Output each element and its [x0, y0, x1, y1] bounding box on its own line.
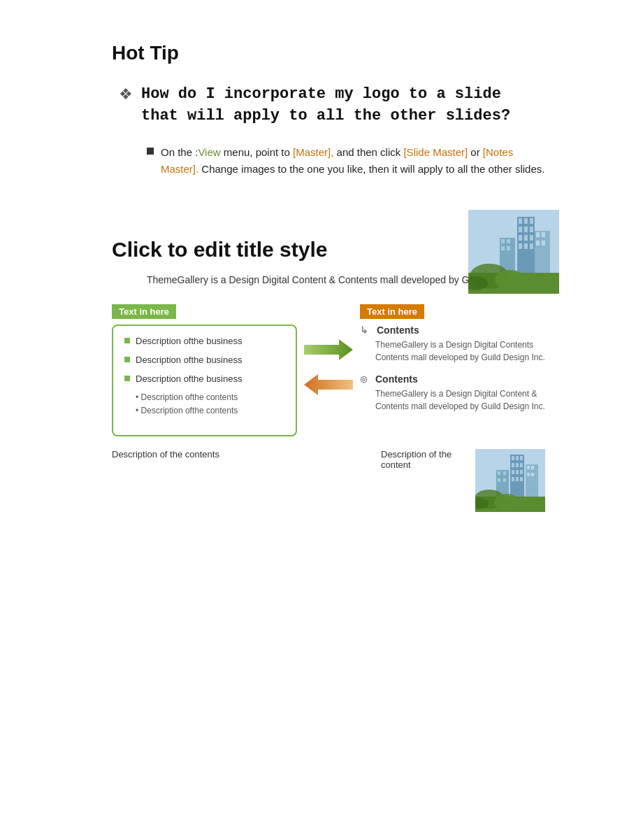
master-link1: [Master],: [293, 146, 333, 158]
building-image-top: [468, 210, 559, 294]
svg-rect-47: [527, 473, 530, 476]
tip-question: ❖ How do I incorporate my logo to a slid…: [119, 84, 545, 127]
svg-rect-6: [524, 227, 528, 232]
svg-rect-41: [512, 477, 514, 481]
svg-rect-11: [519, 243, 522, 249]
arrows-area: [297, 304, 360, 395]
svg-rect-51: [503, 471, 506, 475]
svg-rect-32: [512, 456, 514, 460]
hot-tip-section: Hot Tip ❖ How do I incorporate my logo t…: [112, 42, 545, 178]
svg-rect-7: [530, 227, 533, 232]
svg-rect-34: [520, 456, 523, 460]
bottom-left-text: Description of the contents: [112, 449, 276, 460]
return-icon: ↳: [360, 325, 368, 336]
left-box-item-2: Description ofthe business: [124, 355, 284, 365]
svg-rect-46: [531, 466, 534, 469]
diamond-bullet-icon: ❖: [119, 85, 133, 104]
svg-marker-29: [304, 374, 353, 395]
svg-rect-52: [498, 478, 500, 482]
svg-rect-17: [536, 241, 540, 245]
arrow-right-icon: [304, 339, 353, 360]
square-bullet-green-2: [124, 357, 130, 362]
square-bullet-green-3: [124, 376, 130, 381]
right-item-2: ◎ Contents ThemeGallery is a Design Digi…: [360, 373, 545, 413]
master-link2: [Slide Master]: [403, 146, 468, 158]
square-bullet-icon: [147, 148, 154, 155]
svg-rect-50: [498, 471, 500, 475]
svg-rect-18: [542, 241, 545, 245]
right-item-2-text: ThemeGallery is a Design Digital Content…: [360, 387, 545, 413]
svg-rect-9: [524, 235, 528, 241]
svg-rect-44: [526, 464, 538, 502]
left-box-item-1: Description ofthe business: [124, 336, 284, 346]
right-item-2-title: ◎ Contents: [360, 373, 545, 385]
svg-rect-39: [516, 470, 519, 474]
svg-rect-4: [530, 218, 533, 224]
circle-icon: ◎: [360, 374, 367, 384]
two-col-layout: Text in here Description ofthe business …: [112, 304, 545, 436]
tip-answer: On the :View menu, point to [Master], an…: [147, 144, 545, 178]
bottom-right-section: Description of the content: [381, 449, 545, 512]
svg-rect-42: [516, 477, 519, 481]
svg-rect-38: [512, 470, 514, 474]
svg-rect-33: [516, 456, 519, 460]
svg-rect-40: [520, 470, 523, 474]
left-box-sub-2: Description ofthe contents: [124, 406, 284, 415]
svg-rect-43: [520, 477, 523, 481]
right-badge: Text in here: [360, 304, 424, 319]
svg-rect-36: [516, 463, 519, 467]
left-box-item-3: Description ofthe business: [124, 373, 284, 384]
svg-rect-16: [542, 232, 545, 237]
square-bullet-green-1: [124, 338, 130, 343]
svg-rect-12: [524, 243, 528, 249]
svg-rect-14: [535, 231, 550, 280]
svg-rect-45: [527, 466, 530, 469]
left-badge: Text in here: [112, 304, 176, 319]
svg-rect-37: [520, 463, 523, 467]
left-column: Text in here Description ofthe business …: [112, 304, 297, 436]
svg-rect-22: [501, 246, 505, 250]
svg-rect-21: [507, 239, 510, 243]
svg-rect-35: [512, 463, 514, 467]
bottom-row: Description of the contents Description …: [112, 449, 545, 512]
svg-rect-2: [519, 218, 522, 224]
hot-tip-title: Hot Tip: [112, 42, 545, 64]
right-item-1: ↳ Contents ThemeGallery is a Design Digi…: [360, 325, 545, 364]
left-box: Description ofthe business Description o…: [112, 325, 297, 436]
page: Hot Tip ❖ How do I incorporate my logo t…: [0, 0, 643, 840]
right-item-1-title: ↳ Contents: [360, 325, 545, 336]
svg-point-26: [495, 270, 526, 290]
svg-rect-20: [501, 239, 505, 243]
arrow-left-icon: [304, 374, 353, 395]
building-image-bottom: [475, 449, 545, 512]
left-box-sub-1: Description ofthe contents: [124, 392, 284, 402]
bottom-right-text: Description of the content: [381, 449, 468, 470]
svg-rect-48: [531, 473, 534, 476]
svg-rect-13: [530, 243, 533, 249]
svg-rect-53: [503, 478, 506, 482]
section2: Click to edit title style ThemeGallery i…: [112, 238, 545, 512]
svg-point-56: [494, 494, 519, 511]
tip-answer-text: On the :View menu, point to [Master], an…: [161, 144, 545, 178]
svg-rect-5: [519, 227, 522, 232]
view-link: View: [198, 146, 220, 158]
svg-rect-15: [536, 232, 540, 237]
svg-marker-28: [304, 339, 353, 360]
tip-question-text: How do I incorporate my logo to a slide …: [141, 84, 545, 127]
right-column: Text in here ↳ Contents ThemeGallery is …: [360, 304, 545, 422]
svg-rect-3: [524, 218, 528, 224]
svg-rect-23: [507, 246, 510, 250]
right-item-1-text: ThemeGallery is a Design Digital Content…: [360, 339, 545, 364]
svg-rect-10: [530, 235, 533, 241]
svg-rect-8: [519, 235, 522, 241]
